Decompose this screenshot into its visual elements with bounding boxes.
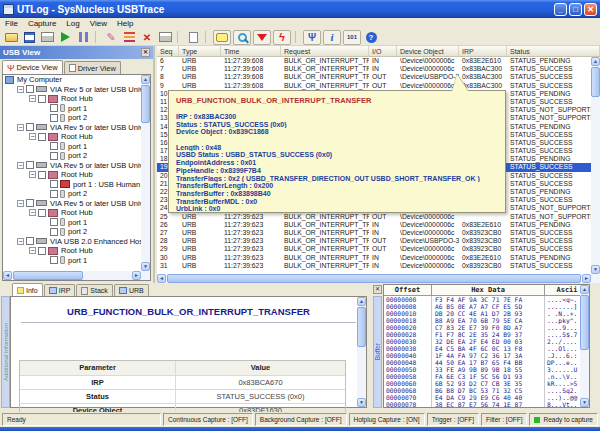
checkbox[interactable] <box>50 228 58 236</box>
hex-row[interactable]: 0000003032 DE EA 2F E4 ED 00 032../.... <box>384 338 589 345</box>
checkbox[interactable] <box>38 95 46 103</box>
table-row[interactable]: 25URB11:27:39:623BULK_OR_INTERRUPT_TRANS… <box>157 213 600 221</box>
scroll-up-icon[interactable]: ▲ <box>357 297 366 306</box>
tree-item[interactable]: −Root Hub <box>3 246 141 256</box>
hex-row[interactable]: 0000004844 50 EA 17 B7 65 F4 BBDP...e.. <box>384 359 589 366</box>
tree-item[interactable]: −Root Hub <box>3 170 141 180</box>
tree-vertical-scrollbar[interactable]: ▲ ▼ <box>141 75 150 271</box>
tree-item[interactable]: −Root Hub <box>3 94 141 104</box>
checkbox[interactable] <box>26 123 34 131</box>
scrollbar-thumb[interactable] <box>357 307 366 347</box>
checkbox[interactable] <box>38 247 46 255</box>
scroll-down-icon[interactable]: ▼ <box>591 265 600 274</box>
scroll-down-icon[interactable]: ▼ <box>357 398 366 407</box>
hex-row[interactable]: 00000018B8 A9 EA 70 6B 79 5E CA...pky^. <box>384 317 589 324</box>
tab-driver-view[interactable]: Driver View <box>64 61 121 74</box>
table-row[interactable]: 31URB11:27:39:623BULK_OR_INTERRUPT_TRANS… <box>157 262 600 270</box>
open-button[interactable] <box>2 30 20 45</box>
checkbox[interactable] <box>38 209 46 217</box>
column-header[interactable]: Seq <box>157 46 179 56</box>
scrollbar-thumb[interactable] <box>580 295 589 350</box>
print-button[interactable] <box>156 30 174 45</box>
tree-item[interactable]: −VIA USB 2.0 Enhanced Host Controller <box>3 237 141 247</box>
column-header[interactable]: Time <box>221 46 281 56</box>
tree-item[interactable]: port 2 <box>3 151 141 161</box>
search-button[interactable] <box>233 30 251 45</box>
checkbox[interactable] <box>26 237 34 245</box>
save-button[interactable] <box>20 30 38 45</box>
checkbox[interactable] <box>26 199 34 207</box>
tree-item[interactable]: −Root Hub <box>3 132 141 142</box>
checkbox[interactable] <box>50 256 58 264</box>
delete-button[interactable]: ✕ <box>138 30 156 45</box>
tree-item[interactable]: port 1 : USB Human Interface D <box>3 180 141 190</box>
checkbox[interactable] <box>50 104 58 112</box>
buffer-close-icon[interactable]: ✕ <box>373 285 382 294</box>
pause-capture-button[interactable] <box>74 30 92 45</box>
usb-view-close-icon[interactable]: ✕ <box>141 48 150 57</box>
scrollbar-thumb[interactable] <box>141 85 150 123</box>
close-button[interactable]: ✕ <box>584 3 597 16</box>
tree-item[interactable]: port 2 <box>3 113 141 123</box>
tab-irp[interactable]: IRP <box>44 284 76 296</box>
hex-row[interactable]: 00000010DB 20 CC 4E A1 D7 2B 93. .N..+. <box>384 310 589 317</box>
expand-toggle-icon[interactable]: − <box>17 86 24 93</box>
menu-help[interactable]: Help <box>112 19 138 28</box>
start-capture-button[interactable] <box>56 30 74 45</box>
erase-button[interactable]: ✎ <box>102 30 120 45</box>
expand-toggle-icon[interactable]: − <box>29 133 36 140</box>
hex-row[interactable]: 00000058FA 6E C3 1F 5C 56 D1 93.n..\V.. <box>384 373 589 380</box>
raw-data-button[interactable]: 101 <box>343 30 361 45</box>
column-header[interactable]: Type <box>179 46 221 56</box>
checkbox[interactable] <box>50 114 58 122</box>
expand-toggle-icon[interactable]: − <box>17 238 24 245</box>
scroll-left-icon[interactable]: ◄ <box>157 274 166 283</box>
table-row[interactable]: 9URB11:27:39:608BULK_OR_INTERRUPT_TRANSF… <box>157 82 600 90</box>
hex-row[interactable]: 00000020C7 83 2E E7 39 F0 8D A7....9... <box>384 324 589 331</box>
menu-view[interactable]: View <box>85 19 112 28</box>
checkbox[interactable] <box>50 190 58 198</box>
tree-item[interactable]: port 1 <box>3 256 141 266</box>
expand-toggle-icon[interactable]: − <box>17 162 24 169</box>
tab-urb[interactable]: URB <box>114 284 149 296</box>
help-button[interactable]: ? <box>362 30 380 45</box>
tab-info[interactable]: Info <box>12 283 43 296</box>
scroll-up-icon[interactable]: ▲ <box>591 57 600 66</box>
table-row[interactable]: 30URB11:27:39:623BULK_OR_INTERRUPT_TRANS… <box>157 254 600 262</box>
minimize-button[interactable]: _ <box>554 3 567 16</box>
info-vertical-scrollbar[interactable]: ▲ ▼ <box>357 297 366 407</box>
expand-toggle-icon[interactable]: − <box>17 200 24 207</box>
tab-stack[interactable]: Stack <box>76 284 113 296</box>
scroll-down-icon[interactable]: ▼ <box>580 398 589 407</box>
table-row[interactable]: 8URB11:27:39:608BULK_OR_INTERRUPT_TRANSF… <box>157 73 600 81</box>
hex-row[interactable]: 00000008A6 B5 0E A7 A7 CF E5 5D.......] <box>384 303 589 310</box>
tree-item[interactable]: −VIA Rev 5 or later USB Universal Host C <box>3 199 141 209</box>
trigger-button[interactable]: ϟ <box>273 30 291 45</box>
tree-item[interactable]: My Computer <box>3 75 141 85</box>
expand-toggle-icon[interactable]: − <box>29 209 36 216</box>
column-header[interactable]: I/O <box>369 46 397 56</box>
column-header[interactable]: Status <box>507 46 600 56</box>
scroll-down-icon[interactable]: ▼ <box>141 262 150 271</box>
checkbox[interactable] <box>50 218 58 226</box>
scroll-up-icon[interactable]: ▲ <box>141 75 150 84</box>
checkbox[interactable] <box>50 152 58 160</box>
checkbox[interactable] <box>26 85 34 93</box>
hex-row[interactable]: 0000007838 EC 87 E7 56 74 1E 878...Vt.. <box>384 401 589 408</box>
menu-capture[interactable]: Capture <box>23 19 61 28</box>
table-row[interactable]: 28URB11:27:39:623BULK_OR_INTERRUPT_TRANS… <box>157 237 600 245</box>
hex-row[interactable]: 000000401F 4A FA 97 C2 36 17 3A.J...6.: <box>384 352 589 359</box>
scroll-up-icon[interactable]: ▲ <box>580 285 589 294</box>
maximize-button[interactable]: □ <box>569 3 582 16</box>
tree-item[interactable]: −VIA Rev 5 or later USB Universal Host C <box>3 85 141 95</box>
menu-file[interactable]: File <box>0 19 23 28</box>
menu-log[interactable]: Log <box>61 19 84 28</box>
expand-toggle-icon[interactable]: − <box>17 124 24 131</box>
expand-toggle-icon[interactable]: − <box>29 247 36 254</box>
checkbox[interactable] <box>50 180 58 188</box>
device-info-button[interactable]: i <box>323 30 341 45</box>
tab-device-view[interactable]: Ψ Device View <box>2 60 63 74</box>
hex-row[interactable]: 00000000F3 F4 AF 9A 3C 71 7E FA....<q~. <box>384 296 589 303</box>
hex-vertical-scrollbar[interactable]: ▲ ▼ <box>580 285 589 407</box>
table-row[interactable]: 6URB11:27:39:608BULK_OR_INTERRUPT_TRANSF… <box>157 57 600 65</box>
